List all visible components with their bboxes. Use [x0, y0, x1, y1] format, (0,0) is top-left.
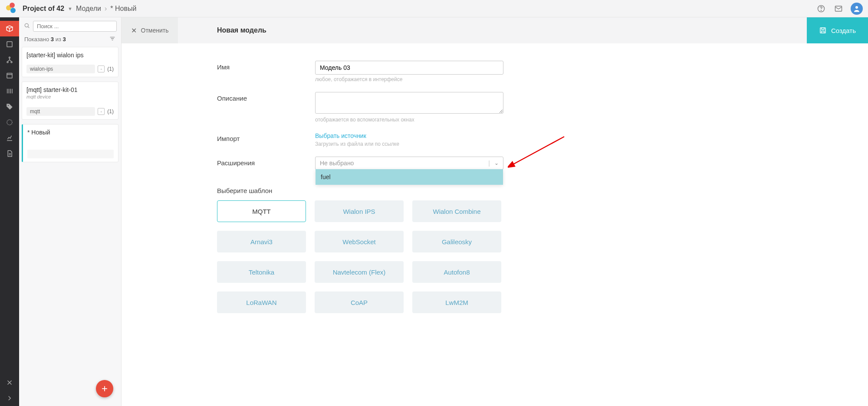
rail-item-tools[interactable] [0, 375, 19, 390]
label-import: Импорт [217, 132, 315, 147]
svg-point-6 [7, 62, 8, 63]
template-websocket[interactable]: WebSocket [315, 231, 404, 252]
crumb-current: * Новый [110, 5, 136, 13]
label-name: Имя [217, 61, 315, 82]
rail-item-calendar[interactable] [0, 68, 19, 83]
svg-point-7 [11, 62, 12, 63]
user-avatar[interactable] [851, 3, 863, 15]
import-link[interactable]: Выбрать источник [315, 132, 503, 139]
label-extensions: Расширения [217, 157, 315, 170]
label-description: Описание [217, 92, 315, 123]
svg-rect-12 [820, 28, 825, 33]
chevron-right-icon: › [105, 5, 107, 13]
svg-rect-8 [7, 73, 12, 78]
protocol-chip: wialon-ips [26, 65, 95, 73]
template-arnavi3[interactable]: Arnavi3 [217, 231, 306, 252]
card-title: [starter-kit] wialon ips [26, 52, 114, 59]
extensions-select[interactable]: Не выбрано | ⌄ fuel [315, 157, 503, 170]
template-autofon8[interactable]: Autofon8 [412, 261, 501, 283]
create-label: Создать [831, 27, 856, 34]
square-icon: ▫ [98, 65, 105, 72]
rail-item-tag[interactable] [0, 99, 19, 115]
svg-point-10 [7, 120, 12, 125]
svg-point-3 [855, 6, 858, 9]
app-logo [5, 3, 17, 15]
select-separator: | [488, 160, 490, 167]
placeholder-row [27, 150, 114, 158]
template-navtelecom[interactable]: Navtelecom (Flex) [315, 261, 404, 283]
nav-rail [0, 17, 19, 406]
select-placeholder: Не выбрано [320, 160, 354, 167]
template-wialon-combine[interactable]: Wialon Combine [412, 200, 501, 222]
sidebar: Показано 3 из 3 [starter-kit] wialon ips… [19, 17, 122, 406]
dropdown-option-fuel[interactable]: fuel [316, 169, 503, 185]
model-card-active[interactable]: * Новый [22, 124, 118, 162]
template-lwm2m[interactable]: LwM2M [412, 291, 501, 313]
top-header: Project of 42 ▼ Модели › * Новый [0, 0, 868, 17]
rail-item-grid[interactable] [0, 83, 19, 99]
svg-rect-4 [7, 42, 12, 47]
filter-icon[interactable] [109, 35, 116, 43]
card-count: (1) [107, 66, 114, 72]
svg-line-13 [512, 137, 564, 165]
shown-count: Показано 3 из 3 [24, 36, 66, 43]
chevron-down-icon: ⌄ [494, 160, 499, 166]
svg-point-11 [25, 23, 28, 27]
save-icon [819, 26, 827, 34]
cancel-label: Отменить [141, 27, 169, 34]
model-card[interactable]: [mqtt] starter-kit-01 mqtt device mqtt ▫… [22, 82, 118, 120]
crumb-models[interactable]: Модели [76, 5, 101, 13]
name-input[interactable] [315, 61, 503, 75]
card-title: [mqtt] starter-kit-01 [26, 86, 114, 93]
create-button[interactable]: Создать [807, 17, 868, 43]
protocol-chip: mqtt [26, 107, 95, 116]
template-teltonika[interactable]: Teltonika [217, 261, 306, 283]
card-subtitle: mqtt device [26, 94, 114, 99]
search-icon [23, 22, 30, 30]
rail-item-globe[interactable] [0, 115, 19, 130]
main-panel: ✕ Отменить Новая модель Создать Имя любо… [122, 17, 868, 406]
svg-point-9 [8, 105, 9, 106]
help-icon[interactable] [816, 3, 826, 14]
label-template: Выберите шаблон [217, 187, 315, 194]
card-title: * Новый [27, 129, 114, 136]
model-card[interactable]: [starter-kit] wialon ips wialon-ips ▫ (1… [22, 47, 118, 77]
description-input[interactable] [315, 92, 503, 114]
square-icon: ▫ [98, 108, 105, 115]
svg-point-5 [9, 57, 10, 58]
template-lorawan[interactable]: LoRaWAN [217, 291, 306, 313]
annotation-arrow [508, 134, 569, 178]
svg-point-1 [821, 10, 822, 10]
extensions-dropdown: fuel [316, 169, 503, 185]
template-wialon-ips[interactable]: Wialon IPS [315, 200, 404, 222]
name-hint: любое, отображается в интерфейсе [315, 76, 503, 82]
mail-icon[interactable] [833, 3, 844, 14]
rail-item-file[interactable] [0, 146, 19, 161]
caret-down-icon[interactable]: ▼ [68, 6, 72, 11]
page-title: Новая модель [217, 26, 266, 34]
rail-item-chart[interactable] [0, 130, 19, 146]
description-hint: отображается во вспомогательных окнах [315, 117, 503, 123]
project-name[interactable]: Project of 42 [23, 5, 64, 13]
cancel-button[interactable]: ✕ Отменить [122, 17, 178, 43]
rail-item-tree[interactable] [0, 52, 19, 68]
template-mqtt[interactable]: MQTT [217, 200, 306, 222]
card-count: (1) [107, 108, 114, 115]
close-icon: ✕ [131, 26, 137, 35]
breadcrumb: Project of 42 ▼ Модели › * Новый [23, 5, 136, 13]
search-input[interactable] [33, 21, 117, 32]
main-header: ✕ Отменить Новая модель Создать [122, 17, 868, 43]
template-galileosky[interactable]: Galileosky [412, 231, 501, 252]
rail-item-box[interactable] [0, 21, 19, 36]
template-coap[interactable]: CoAP [315, 291, 404, 313]
rail-item-collapse[interactable] [0, 390, 19, 406]
rail-item-dashboard[interactable] [0, 36, 19, 52]
import-hint: Загрузить из файла или по ссылке [315, 141, 503, 147]
add-button[interactable]: + [96, 380, 113, 397]
templates-grid: MQTT Wialon IPS Wialon Combine Arnavi3 W… [217, 200, 503, 313]
